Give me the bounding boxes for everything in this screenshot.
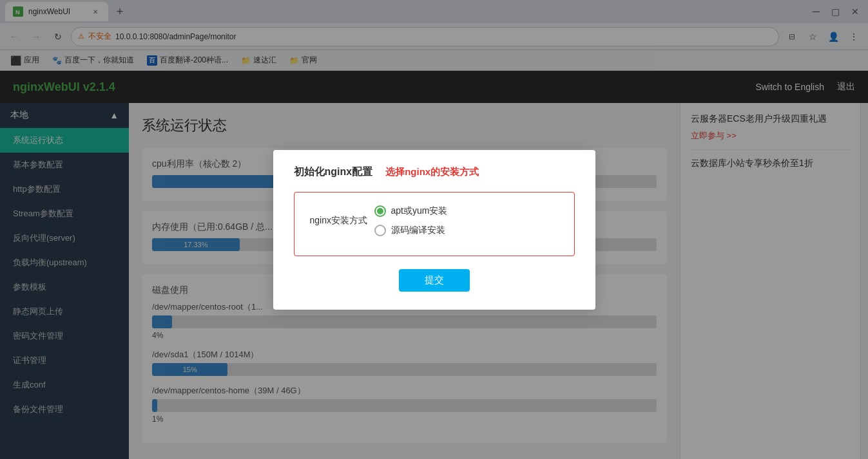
radio-source-label: 源码编译安装 [391,225,445,236]
modal-body: nginx安装方式 apt或yum安装 源码编译安装 [294,192,575,256]
radio-options-group: apt或yum安装 源码编译安装 [374,205,448,236]
radio-apt-inner [377,208,383,214]
radio-option-source[interactable]: 源码编译安装 [374,225,448,236]
modal-subtitle: 选择nginx的安装方式 [385,166,479,178]
radio-source-circle [374,225,386,236]
modal-header: 初始化nginx配置 选择nginx的安装方式 [294,165,575,179]
modal-title: 初始化nginx配置 [294,165,373,179]
radio-option-apt[interactable]: apt或yum安装 [374,205,448,217]
modal-overlay: 初始化nginx配置 选择nginx的安装方式 nginx安装方式 apt或yu… [0,0,868,459]
radio-apt-circle [374,205,386,217]
radio-apt-label: apt或yum安装 [391,205,448,217]
submit-button[interactable]: 提交 [399,269,470,292]
modal-dialog: 初始化nginx配置 选择nginx的安装方式 nginx安装方式 apt或yu… [273,150,595,310]
install-method-label: nginx安装方式 [310,215,374,227]
install-method-row: nginx安装方式 apt或yum安装 源码编译安装 [310,205,559,236]
